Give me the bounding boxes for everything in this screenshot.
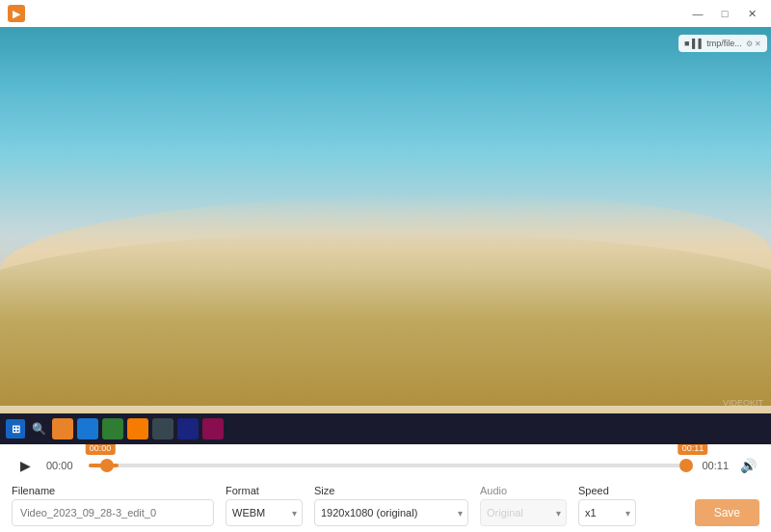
timeline-track: 00:00 00:11	[89, 464, 686, 467]
browser-bar-text: ■ ▌▌ tmp/file...	[684, 39, 742, 48]
watermark: VIDEOKIT	[723, 398, 763, 408]
timeline-container[interactable]: 00:00 00:11	[89, 456, 686, 475]
video-area: ■ ▌▌ tmp/file... ⚙ ✕ VIDEOKIT ⊞ 🔍	[0, 27, 771, 444]
taskbar-icon-5[interactable]	[152, 418, 173, 439]
taskbar-icon-6[interactable]	[177, 418, 199, 439]
speed-label: Speed	[578, 485, 636, 496]
taskbar-icon-2[interactable]	[77, 418, 98, 439]
taskbar-icon-1[interactable]	[52, 418, 73, 439]
audio-select[interactable]: Original None AAC MP3	[480, 499, 567, 526]
size-label: Size	[314, 485, 468, 496]
filename-input[interactable]	[12, 499, 214, 526]
audio-select-wrapper: Original None AAC MP3	[480, 499, 567, 526]
speed-select[interactable]: x0.5 x0.75 x1 x1.25 x1.5 x2	[578, 499, 636, 526]
filename-label: Filename	[12, 485, 214, 496]
format-select-wrapper: WEBM MP4 AVI MOV MKV	[226, 499, 303, 526]
format-select[interactable]: WEBM MP4 AVI MOV MKV	[226, 499, 303, 526]
speed-group: Speed x0.5 x0.75 x1 x1.25 x1.5 x2	[578, 485, 636, 526]
taskbar-icon-3[interactable]	[102, 418, 123, 439]
timeline-row: ▶ 00:00 00:00 00:11 00:11 🔊	[12, 452, 759, 479]
save-button[interactable]: Save	[695, 499, 759, 526]
play-button[interactable]: ▶	[12, 452, 39, 479]
time-end-label: 00:11	[694, 460, 729, 471]
size-select-wrapper: 1920x1080 (original) 1280x720 854x480 64…	[314, 499, 468, 526]
bottom-controls: Filename Format WEBM MP4 AVI MOV MKV Siz…	[12, 485, 759, 526]
title-bar: ▶ — □ ✕	[0, 0, 771, 27]
minimize-button[interactable]: —	[686, 4, 709, 23]
time-start-label: 00:00	[46, 460, 81, 471]
browser-bar-overlay: ■ ▌▌ tmp/file... ⚙ ✕	[678, 35, 767, 52]
taskbar-icon-4[interactable]	[127, 418, 148, 439]
size-select[interactable]: 1920x1080 (original) 1280x720 854x480 64…	[314, 499, 468, 526]
title-bar-controls: — □ ✕	[686, 4, 763, 23]
browser-bar-controls: ⚙ ✕	[746, 40, 761, 48]
start-button[interactable]: ⊞	[6, 419, 25, 439]
app-icon: ▶	[8, 5, 25, 22]
search-icon-taskbar[interactable]: 🔍	[29, 419, 48, 439]
speed-select-wrapper: x0.5 x0.75 x1 x1.25 x1.5 x2	[578, 499, 636, 526]
title-bar-left: ▶	[8, 5, 25, 22]
format-label: Format	[226, 485, 303, 496]
timeline-thumb-start[interactable]: 00:00	[100, 459, 114, 472]
format-group: Format WEBM MP4 AVI MOV MKV	[226, 485, 303, 526]
filename-group: Filename	[12, 485, 214, 526]
audio-group: Audio Original None AAC MP3	[480, 485, 567, 526]
close-button[interactable]: ✕	[740, 4, 763, 23]
audio-label: Audio	[480, 485, 567, 496]
maximize-button[interactable]: □	[713, 4, 736, 23]
taskbar-icon-7[interactable]	[202, 418, 224, 439]
size-group: Size 1920x1080 (original) 1280x720 854x4…	[314, 485, 468, 526]
taskbar: ⊞ 🔍	[0, 413, 771, 444]
controls-area: ▶ 00:00 00:00 00:11 00:11 🔊 Filename For…	[0, 444, 771, 532]
timeline-thumb-end[interactable]: 00:11	[679, 459, 693, 472]
volume-button[interactable]: 🔊	[736, 454, 759, 477]
